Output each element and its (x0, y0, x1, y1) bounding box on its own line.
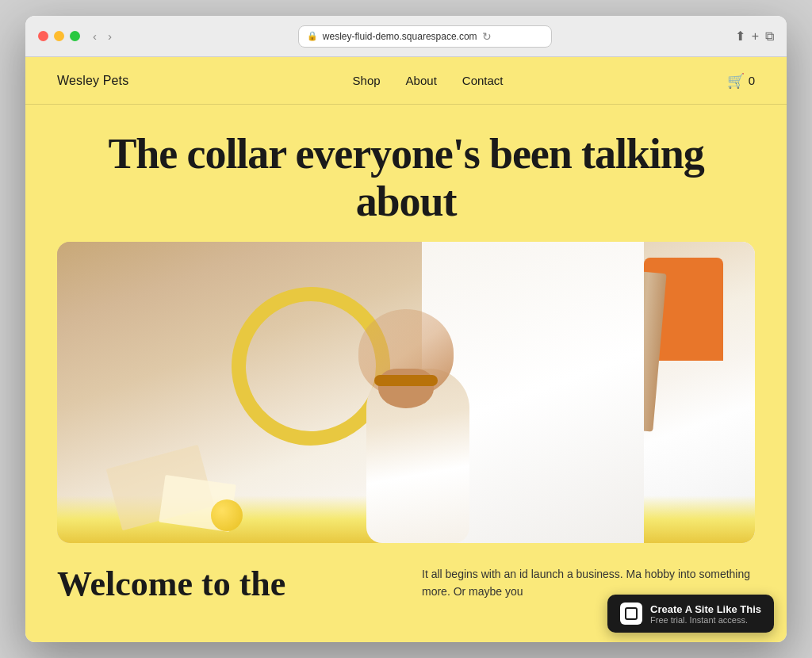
cart-area[interactable]: 🛒 0 (727, 72, 755, 90)
dog-figure (350, 305, 485, 543)
nav-links: Shop About Contact (353, 74, 504, 87)
nav-contact[interactable]: Contact (462, 74, 504, 87)
hero-image (57, 242, 755, 543)
nav-shop[interactable]: Shop (353, 74, 381, 87)
dog-scene (57, 242, 755, 543)
browser-actions: ⬆ + ⧉ (735, 29, 774, 44)
minimize-button[interactable] (54, 31, 64, 41)
traffic-lights (38, 31, 80, 41)
back-button[interactable]: ‹ (90, 28, 100, 44)
squarespace-sub-text: Free trial. Instant access. (650, 615, 761, 625)
brand-name: Wesley Pets (57, 74, 128, 88)
squarespace-banner[interactable]: Create A Site Like This Free trial. Inst… (607, 595, 774, 633)
browser-window: ‹ › 🔒 wesley-fluid-demo.squarespace.com … (25, 16, 787, 642)
address-bar-wrap: 🔒 wesley-fluid-demo.squarespace.com ↻ (124, 25, 726, 48)
squarespace-text: Create A Site Like This Free trial. Inst… (650, 603, 761, 625)
hero-section: The collar everyone's been talking about (25, 105, 787, 242)
address-bar[interactable]: 🔒 wesley-fluid-demo.squarespace.com ↻ (298, 25, 552, 48)
website-content: Wesley Pets Shop About Contact 🛒 0 The c… (25, 57, 787, 642)
close-button[interactable] (38, 31, 48, 41)
share-button[interactable]: ⬆ (735, 29, 745, 44)
nav-about[interactable]: About (406, 74, 437, 87)
cart-icon: 🛒 (727, 72, 745, 90)
squarespace-logo (620, 603, 642, 625)
welcome-title: Welcome to the (57, 565, 390, 626)
url-text: wesley-fluid-demo.squarespace.com (323, 31, 477, 42)
browser-navigation: ‹ › (90, 28, 115, 44)
maximize-button[interactable] (70, 31, 80, 41)
forward-button[interactable]: › (105, 28, 115, 44)
reload-icon[interactable]: ↻ (482, 30, 492, 43)
cart-count: 0 (749, 74, 755, 87)
hero-title: The collar everyone's been talking about (57, 130, 755, 226)
new-tab-button[interactable]: + (752, 29, 759, 44)
lock-icon: 🔒 (307, 31, 318, 41)
site-nav: Wesley Pets Shop About Contact 🛒 0 (25, 57, 787, 105)
dog-collar (374, 375, 438, 386)
squarespace-main-text: Create A Site Like This (650, 603, 761, 615)
browser-chrome: ‹ › 🔒 wesley-fluid-demo.squarespace.com … (25, 16, 787, 57)
squarespace-logo-inner (625, 607, 638, 620)
copy-button[interactable]: ⧉ (765, 29, 774, 44)
yellow-ball (211, 499, 243, 531)
